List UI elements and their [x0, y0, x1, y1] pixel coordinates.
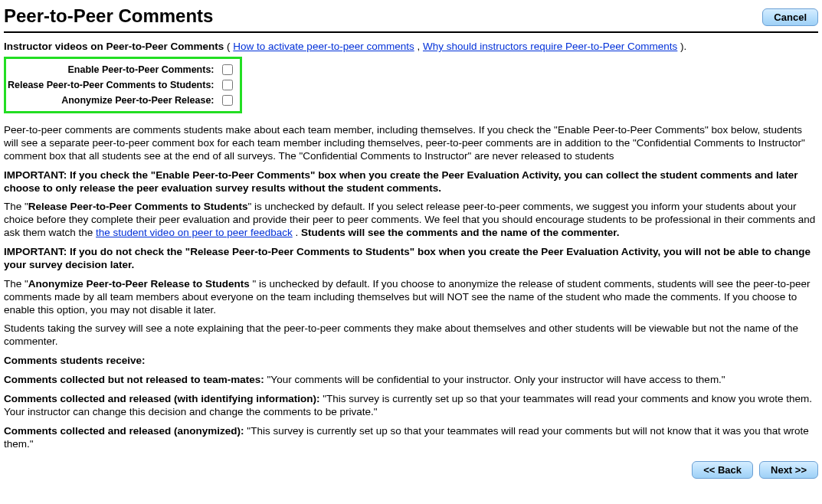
- intro-lead: Instructor videos on Peer-to-Peer Commen…: [4, 41, 224, 52]
- paragraph-5: The "Anonymize Peer-to-Peer Release to S…: [4, 278, 818, 317]
- enable-p2p-checkbox[interactable]: [222, 64, 233, 75]
- enable-p2p-label: Enable Peer-to-Peer Comments:: [67, 63, 214, 77]
- p5-pre: The ": [4, 278, 28, 290]
- p3-pre: The ": [4, 201, 28, 212]
- p10-bold: Comments collected and released (anonymi…: [4, 425, 244, 437]
- paragraph-4-important: IMPORTANT: If you do not check the "Rele…: [4, 246, 818, 272]
- page-header: Peer-to-Peer Comments Cancel: [4, 4, 818, 33]
- option-row-anonymize: Anonymize Peer-to-Peer Release:: [8, 93, 235, 108]
- p3-bold2: Students will see the comments and the n…: [301, 227, 620, 238]
- option-row-enable: Enable Peer-to-Peer Comments:: [8, 62, 235, 77]
- cancel-button[interactable]: Cancel: [762, 8, 818, 26]
- intro-close-paren: ).: [680, 41, 686, 52]
- release-p2p-label: Release Peer-to-Peer Comments to Student…: [8, 78, 215, 92]
- paragraph-8: Comments collected but not released to t…: [4, 374, 818, 387]
- options-box: Enable Peer-to-Peer Comments: Release Pe…: [4, 57, 242, 113]
- release-p2p-checkbox[interactable]: [222, 80, 233, 90]
- link-why-require-p2p[interactable]: Why should instructors require Peer-to-P…: [423, 41, 677, 52]
- paragraph-9: Comments collected and released (with id…: [4, 393, 818, 419]
- paragraph-10: Comments collected and released (anonymi…: [4, 425, 818, 451]
- paragraph-7-heading: Comments students receive:: [4, 355, 818, 368]
- p8-rest: "Your comments will be confidential to y…: [264, 374, 725, 385]
- anonymize-p2p-label: Anonymize Peer-to-Peer Release:: [61, 93, 214, 107]
- paragraph-1: Peer-to-peer comments are comments stude…: [4, 124, 818, 163]
- p9-bold: Comments collected and released (with id…: [4, 393, 320, 404]
- paragraph-6: Students taking the survey will see a no…: [4, 322, 818, 349]
- page-content: Instructor videos on Peer-to-Peer Commen…: [4, 41, 818, 479]
- p5-bold: Anonymize Peer-to-Peer Release to Studen…: [28, 278, 253, 290]
- link-student-video[interactable]: the student video on peer to peer feedba…: [96, 227, 293, 238]
- footer-buttons: << Back Next >>: [4, 461, 818, 479]
- p3-mid2: .: [293, 227, 301, 238]
- page-title: Peer-to-Peer Comments: [4, 5, 213, 27]
- back-button[interactable]: << Back: [692, 461, 753, 479]
- anonymize-p2p-checkbox[interactable]: [222, 95, 233, 106]
- paragraph-2-important: IMPORTANT: If you check the "Enable Peer…: [4, 169, 818, 195]
- link-activate-p2p[interactable]: How to activate peer-to-peer comments: [233, 41, 414, 52]
- intro-separator: ,: [417, 41, 423, 52]
- option-row-release: Release Peer-to-Peer Comments to Student…: [8, 77, 235, 93]
- next-button[interactable]: Next >>: [759, 461, 818, 479]
- paragraph-3: The "Release Peer-to-Peer Comments to St…: [4, 201, 818, 240]
- intro-line: Instructor videos on Peer-to-Peer Commen…: [4, 41, 818, 52]
- p8-bold: Comments collected but not released to t…: [4, 374, 264, 385]
- p3-bold1: Release Peer-to-Peer Comments to Student…: [28, 201, 248, 212]
